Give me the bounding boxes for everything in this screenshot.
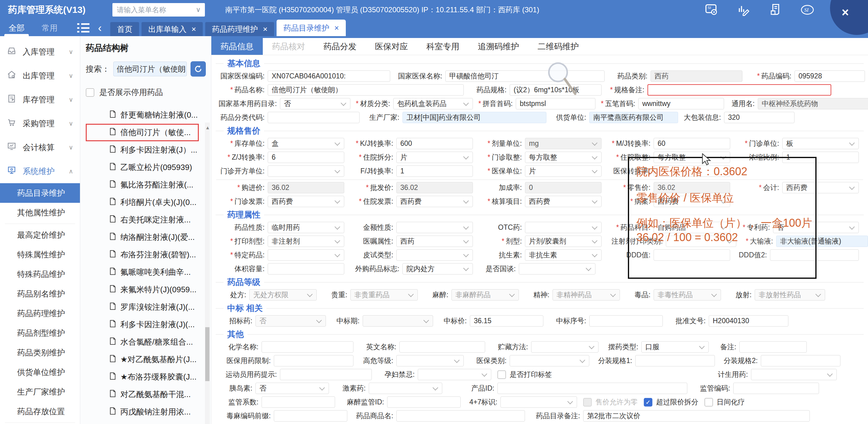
antibiotic-select[interactable]: 非抗生素 xyxy=(525,249,601,261)
tree-refresh-button[interactable] xyxy=(190,61,206,77)
bid-price-field[interactable]: 36.15 xyxy=(470,315,543,327)
sidebar-item-药品剂型维护[interactable]: 药品剂型维护 xyxy=(0,323,80,343)
receipt-icon[interactable] xyxy=(769,3,782,17)
detail-tab-药品信息[interactable]: 药品信息 xyxy=(211,38,263,55)
sidebar-item-药品药理维护[interactable]: 药品药理维护 xyxy=(0,304,80,323)
national-insurance-name-field[interactable]: 甲磺酸倍他司汀 xyxy=(445,70,604,82)
drug-nature-select[interactable]: 临时用药 xyxy=(268,222,344,233)
spec-remark-field[interactable] xyxy=(648,84,831,96)
national-basic-catalog-select[interactable]: 否 xyxy=(280,98,350,109)
amount-nature-select[interactable] xyxy=(396,222,473,233)
insurance-class-select[interactable] xyxy=(510,355,589,366)
drug-item-舒更葡糖钠注射液(0[interactable]: 舒更葡糖钠注射液(0... xyxy=(86,106,211,124)
regulatory-factor-field[interactable] xyxy=(261,396,335,408)
sidebar-group-入库管理[interactable]: 入库管理∨ xyxy=(0,40,80,64)
sidebar-item-药品类别维护[interactable]: 药品类别维护 xyxy=(0,343,80,362)
sub-spec-1-field[interactable] xyxy=(635,355,715,366)
tab-close-icon[interactable]: × xyxy=(191,25,196,33)
sub-spec-2-field[interactable] xyxy=(761,355,840,366)
drug-item-纳洛酮注射液(J)(爱[interactable]: 纳洛酮注射液(J)(爱... xyxy=(86,229,211,246)
detail-tab-追溯码维护[interactable]: 追溯码维护 xyxy=(469,38,528,55)
inpatient-split-select[interactable]: 片 xyxy=(396,152,473,163)
menu-filter-全部[interactable]: 全部 xyxy=(0,20,33,36)
drug-item-利多卡因注射液(J）[interactable]: 利多卡因注射液(J）... xyxy=(86,141,211,159)
sidebar-item-药品目录维护[interactable]: 药品目录维护 xyxy=(0,183,80,203)
english-name-field[interactable] xyxy=(399,341,485,353)
sidebar-group-出库管理[interactable]: 出库管理∨ xyxy=(0,64,80,88)
print-label-checkbox[interactable] xyxy=(497,370,506,379)
drug-item-罗库溴铵注射液(J)([interactable]: 罗库溴铵注射液(J)(... xyxy=(86,298,211,316)
hormone-drug-select[interactable] xyxy=(369,383,442,394)
zj-rate-field[interactable]: 6 xyxy=(268,152,344,163)
sidebar-group-库存管理[interactable]: 库存管理∨ xyxy=(0,88,80,112)
tab-药品药理维护[interactable]: 药品药理维护× xyxy=(205,22,274,36)
show-disabled-checkbox[interactable] xyxy=(86,88,94,97)
stock-unit-select[interactable]: 盒 xyxy=(268,138,344,149)
storage-method-select[interactable] xyxy=(531,341,598,353)
catalog-remark-field[interactable]: 第2批市二次议价 xyxy=(583,410,810,422)
drug-spec-field[interactable]: (议2）6mg*10s*10板 xyxy=(510,84,601,96)
drug-item-利多卡因注射液(J)([interactable]: 利多卡因注射液(J)(... xyxy=(86,316,211,333)
kj-rate-field[interactable]: 600 xyxy=(396,138,473,149)
otc-select[interactable] xyxy=(525,222,601,233)
insurance-unit-select[interactable]: 片 xyxy=(525,165,601,177)
drug-item-对乙酰氨基酚干混[interactable]: 对乙酰氨基酚干混... xyxy=(86,386,211,403)
tree-scrollbar-thumb[interactable] xyxy=(205,327,210,381)
inpatient-invoice-select[interactable]: 西药费 xyxy=(396,196,473,207)
si-logo-icon[interactable]: SI xyxy=(801,3,814,17)
sidebar-item-最高定价维护[interactable]: 最高定价维护 xyxy=(0,225,80,245)
drug-item-右美托咪定注射液[interactable]: 右美托咪定注射液... xyxy=(86,211,211,229)
sidebar-item-特殊属性维护[interactable]: 特殊属性维护 xyxy=(0,245,80,264)
sidebar-group-会计核算[interactable]: 会计核算∨ xyxy=(0,135,80,159)
big-package-info-field[interactable]: 320 xyxy=(724,112,795,123)
outpatient-rx-unit-select[interactable] xyxy=(268,165,344,177)
fj-rate-field[interactable]: 1 xyxy=(396,165,473,177)
chemical-name-field[interactable] xyxy=(261,341,353,353)
detail-tab-药品核对[interactable]: 药品核对 xyxy=(263,38,314,55)
sidebar-item-药品别名维护[interactable]: 药品别名维护 xyxy=(0,284,80,304)
drug-name-field[interactable]: 倍他司汀片（敏使朗） xyxy=(268,84,464,96)
dispensing-type-select[interactable]: 口服 xyxy=(641,341,709,353)
outpatient-invoice-select[interactable]: 西药费 xyxy=(268,196,344,207)
sidebar-item-药品存放位置[interactable]: 药品存放位置 xyxy=(0,402,80,421)
pregnancy-contraindication-select[interactable] xyxy=(418,369,491,380)
print-dosage-form-select[interactable]: 非注射剂 xyxy=(268,236,344,247)
material-class-select[interactable]: 包药机盒装药品 xyxy=(393,98,473,109)
insurance-restriction-field[interactable] xyxy=(274,355,353,366)
sidebar-item-生产厂家维护[interactable]: 生产厂家维护 xyxy=(0,382,80,402)
approval-number-field[interactable]: H20040130 xyxy=(709,315,788,327)
sidebar-group-系统维护[interactable]: 系统维护∧ xyxy=(0,159,80,183)
drug-item-氟比洛芬酯注射液([interactable]: 氟比洛芬酯注射液(... xyxy=(86,176,211,193)
close-icon[interactable]: × xyxy=(842,5,849,19)
outpatient-unit-select[interactable]: 板 xyxy=(782,138,859,149)
day-chemotherapy-checkbox[interactable] xyxy=(705,398,713,406)
outpatient-round-select[interactable]: 每方取整 xyxy=(525,152,601,163)
detail-tab-药品分发[interactable]: 药品分发 xyxy=(314,38,366,55)
tab-药品目录维护[interactable]: 药品目录维护× xyxy=(277,20,345,36)
external-drug-flag-select[interactable]: 院内处方 xyxy=(402,263,473,274)
drug-code-field[interactable]: 095928 xyxy=(795,70,865,82)
drug-item-倍他司汀片（敏使[interactable]: 倍他司汀片（敏使... xyxy=(86,124,199,141)
sidebar-item-特殊药品维护[interactable]: 特殊药品维护 xyxy=(0,264,80,284)
narcotic-regulatory-id-field[interactable] xyxy=(387,396,461,408)
drug-item-布洛芬注射液(碧智)[interactable]: 布洛芬注射液(碧智)... xyxy=(86,246,211,264)
costing-item-select[interactable]: 西药费 xyxy=(525,196,601,207)
pinyin-code-field[interactable]: btstpmsl xyxy=(516,98,595,109)
skin-test-type-select[interactable] xyxy=(396,249,473,261)
high-risk-level-select[interactable] xyxy=(396,355,464,366)
mj-rate-field[interactable]: 60 xyxy=(654,138,730,149)
drug-item-来氟米特片(J)(0959[interactable]: 来氟米特片(J)(0959... xyxy=(86,281,211,298)
sidebar-item-其他属性维护[interactable]: 其他属性维护 xyxy=(0,203,80,222)
insulin-select[interactable]: 否 xyxy=(255,383,329,394)
tree-scrollbar[interactable]: ▲ xyxy=(205,123,210,424)
drug-item-丙戊酸钠注射剂(汉[interactable]: 丙戊酸钠注射剂(汉... xyxy=(86,421,211,424)
remark-field[interactable] xyxy=(739,341,807,353)
menu-list-icon[interactable] xyxy=(77,23,89,32)
drug-class-code-field[interactable] xyxy=(268,112,360,123)
tab-close-icon[interactable]: × xyxy=(334,24,339,32)
stats-edit-icon[interactable] xyxy=(737,3,750,17)
family-planning-drug-select[interactable] xyxy=(751,369,837,380)
tree-search-input[interactable]: 倍他司汀片（敏使朗 xyxy=(113,62,187,76)
detail-tab-科室专用[interactable]: 科室专用 xyxy=(417,38,469,55)
wubi-code-field[interactable]: wwnittwy xyxy=(638,98,724,109)
